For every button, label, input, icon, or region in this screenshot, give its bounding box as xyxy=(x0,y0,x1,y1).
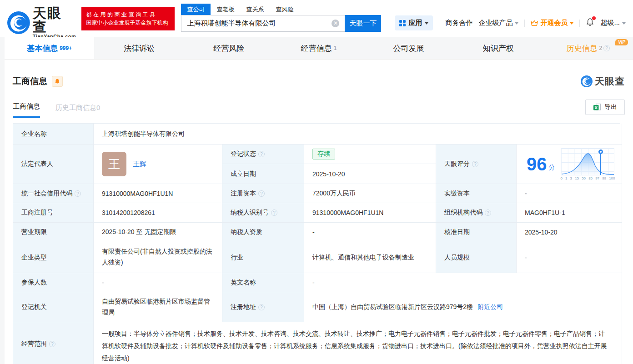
tab-label: 公司发展 xyxy=(393,43,424,54)
help-question-icon[interactable]: ? xyxy=(258,304,265,310)
insured-count-value: - xyxy=(94,273,222,292)
help-question-icon[interactable]: ? xyxy=(271,209,277,216)
watermark-logo-icon xyxy=(581,75,593,87)
field-label: 英文名称 xyxy=(222,273,304,292)
field-label-text: 天眼评分 xyxy=(444,160,470,168)
field-label-text: 注册资本 xyxy=(231,189,256,198)
field-label: 登记状态 ? xyxy=(222,145,304,164)
tab-label: 历史信息 xyxy=(566,43,597,54)
help-question-icon[interactable]: ? xyxy=(258,151,265,157)
search-tab-relation[interactable]: 查关系 xyxy=(240,4,270,15)
chevron-down-icon xyxy=(622,22,626,25)
monitor-bell-icon[interactable] xyxy=(52,76,63,87)
reg-status-cell: 存续 xyxy=(304,145,436,164)
business-info-table: 企业名称 上海积塔创能半导体有限公司 法定代表人 王 王辉 登记状态 ? 存续 … xyxy=(13,123,620,364)
field-label-text: 纳税人识别号 xyxy=(231,209,269,217)
menu-super-label: 超级... xyxy=(600,19,620,27)
score-unit: 分 xyxy=(549,164,555,172)
menu-enterprise-products[interactable]: 企业级产品 xyxy=(478,19,518,27)
field-label: 统一社会信用代码 ? xyxy=(13,184,94,203)
tab-count: 1 xyxy=(334,45,337,51)
tab-basic-info[interactable]: 基本信息 999+ xyxy=(5,37,94,59)
tab-company-development[interactable]: 公司发展 xyxy=(364,37,453,59)
nearby-companies-link[interactable]: 附近公司 xyxy=(477,303,503,311)
menu-vip-label: 开通会员 xyxy=(540,19,568,27)
notification-bell-icon[interactable] xyxy=(586,18,594,29)
tab-count: 999+ xyxy=(60,45,72,51)
watermark-logo: 天眼查 xyxy=(581,75,625,88)
field-label-text: 组织机构代码 xyxy=(444,209,482,217)
field-label: 参保人数 xyxy=(13,273,94,292)
tab-label: 经营信息 xyxy=(301,43,332,54)
subtab-history-business-info[interactable]: 历史工商信息0 xyxy=(55,104,100,118)
help-question-icon[interactable]: ? xyxy=(485,209,491,216)
field-label: 天眼评分 ? xyxy=(436,145,517,184)
chevron-down-icon xyxy=(570,22,573,25)
help-question-icon[interactable]: ? xyxy=(472,161,478,167)
avatar[interactable]: 王 xyxy=(102,152,126,176)
help-question-icon[interactable]: ? xyxy=(49,341,55,347)
chevron-down-icon xyxy=(515,22,518,25)
reg-address-cell: 中国（上海）自由贸易试验区临港新片区云汉路979号2楼 附近公司 xyxy=(304,292,622,322)
company-name-value: 上海积塔创能半导体有限公司 xyxy=(94,124,622,145)
search-tab-boss[interactable]: 查老板 xyxy=(211,4,240,15)
field-label: 法定代表人 xyxy=(13,145,94,184)
tab-label: 法律诉讼 xyxy=(124,43,155,54)
subtab-business-info[interactable]: 工商信息 xyxy=(13,102,40,118)
field-label: 企业名称 xyxy=(13,124,94,145)
field-label: 注册地址 ? xyxy=(222,292,304,322)
english-name-value: - xyxy=(304,273,622,292)
reg-capital-value: 72000万人民币 xyxy=(304,184,436,203)
field-label: 组织机构代码 ? xyxy=(436,203,517,223)
tab-operating-risk[interactable]: 经营风险 xyxy=(184,37,274,59)
legal-rep-link[interactable]: 王辉 xyxy=(133,160,146,169)
help-question-icon[interactable]: ? xyxy=(258,190,265,197)
company-type-value: 有限责任公司(非自然人投资或控股的法人独资) xyxy=(94,242,222,273)
export-button[interactable]: 导出 xyxy=(585,100,625,115)
staff-size-value: - xyxy=(517,242,622,273)
menu-enterprise-label: 企业级产品 xyxy=(478,19,512,27)
page-left-gutter xyxy=(0,37,5,364)
help-question-icon[interactable]: ? xyxy=(603,45,610,51)
vip-badge: VIP xyxy=(615,39,628,45)
top-menu: 应用 商务合作 企业级产品 开通会员 超级... xyxy=(395,15,626,30)
tab-label: 基本信息 xyxy=(27,43,58,54)
top-header: 天眼查 TianYanCha.com 都在用的商业查询工具 国家中小企业发展子基… xyxy=(0,0,633,37)
promo-banner: 都在用的商业查询工具 国家中小企业发展子基金旗下机构 xyxy=(81,7,175,30)
field-label: 营业期限 xyxy=(13,223,94,242)
company-tabbar: 基本信息 999+ 法律诉讼 经营风险 经营信息 1 公司发展 知识产权 VIP… xyxy=(5,37,633,60)
excel-file-icon xyxy=(593,103,601,111)
menu-open-vip[interactable]: 开通会员 xyxy=(531,19,573,27)
vip-crown-icon xyxy=(531,20,538,26)
tianyancha-logo-icon xyxy=(7,11,30,34)
field-label: 工商注册号 xyxy=(13,203,94,223)
score-axis-labels: 0131550859799100 xyxy=(561,177,615,180)
apps-grid-icon xyxy=(399,20,406,26)
promo-line1: 都在用的商业查询工具 xyxy=(86,10,170,19)
tab-history-info[interactable]: VIP 历史信息 2 ? xyxy=(543,37,633,59)
tyc-score-cell[interactable]: 96 分 xyxy=(517,145,622,184)
search-button[interactable]: 天眼一下 xyxy=(345,15,381,32)
field-label: 实缴资本 xyxy=(436,184,517,203)
tab-operating-info[interactable]: 经营信息 1 xyxy=(274,37,363,59)
menu-business-cooperation[interactable]: 商务合作 xyxy=(445,19,472,27)
status-badge: 存续 xyxy=(312,149,335,160)
business-scope-value: 一般项目：半导体分立器件销售；技术服务、技术开发、技术咨询、技术交流、技术转让、… xyxy=(94,322,622,364)
reg-address-value: 中国（上海）自由贸易试验区临港新片区云汉路979号2楼 xyxy=(312,303,473,311)
search-input[interactable] xyxy=(181,15,345,32)
brand-title: 天眼查 xyxy=(33,6,76,34)
score-value: 96 xyxy=(527,155,547,173)
menu-super-vip[interactable]: 超级... xyxy=(600,19,626,27)
divider xyxy=(579,20,580,27)
business-term-value: 2025-10-20 至 无固定期限 xyxy=(94,223,222,242)
apps-menu[interactable]: 应用 xyxy=(395,15,433,30)
tab-intellectual-property[interactable]: 知识产权 xyxy=(453,37,543,59)
tianyancha-logo[interactable]: 天眼查 TianYanCha.com xyxy=(7,6,76,39)
chevron-down-icon xyxy=(425,22,428,25)
search-tab-risk[interactable]: 查风险 xyxy=(270,4,299,15)
tab-legal-proceedings[interactable]: 法律诉讼 xyxy=(94,37,184,59)
search-block: 查公司 查老板 查关系 查风险 ✕ 天眼一下 xyxy=(181,4,381,32)
search-tab-company[interactable]: 查公司 xyxy=(181,4,211,15)
help-question-icon[interactable]: ? xyxy=(75,190,81,197)
approval-date-value: 2025-10-20 xyxy=(517,223,622,242)
